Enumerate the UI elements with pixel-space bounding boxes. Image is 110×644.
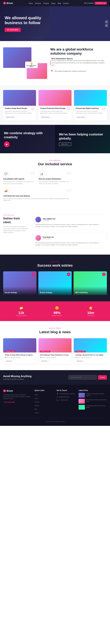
- footer-post-img-2: [79, 399, 85, 404]
- footer-link-home[interactable]: Home: [35, 394, 38, 396]
- nav-blog[interactable]: Blog: [58, 2, 61, 4]
- avatar-2: [35, 235, 41, 241]
- nav-pages[interactable]: Pages: [51, 2, 55, 4]
- testimonials-pre: Testimonials: [3, 214, 28, 216]
- footer-about-col: B Brium Lorem ipsum dolor sit amet, cons…: [3, 390, 31, 415]
- about-combine: 📍 We combine strategy with creativity to…: [50, 70, 107, 73]
- footer-phone[interactable]: + 123 12 23 345: [3, 402, 31, 403]
- cta-form: Submit: [68, 375, 107, 380]
- testimonial-name-1: John william tom: [43, 218, 55, 220]
- stat-item-1: 📁 11k Projects Completed: [16, 306, 27, 316]
- footer-logo-text: B Brium: [3, 390, 31, 392]
- play-button[interactable]: ▶: [4, 142, 10, 147]
- badge-text: Best Digital Brand Agency: [26, 65, 36, 67]
- nav-services[interactable]: Services: [35, 2, 41, 4]
- combine-text: We combine strategy with creativity to b…: [55, 70, 86, 72]
- phone-icon: 📞: [56, 399, 58, 401]
- hero-section: We allowed quality business to follow MY…: [0, 6, 110, 41]
- included-desc-2: if you are going to use a passage of Lor…: [39, 181, 71, 185]
- service-body-3: 03 Commercials Digital marketing Lorem i…: [74, 106, 107, 120]
- blog-meta-like-1: 💬 Like Comments: [11, 357, 21, 358]
- success-grid: 1 SOCIAL Social strategy 2 BRAND Brand s…: [3, 271, 107, 295]
- subscribe-button[interactable]: Submit: [98, 375, 107, 380]
- about-title: We are a global workforce solutions comp…: [50, 47, 107, 56]
- footer-link-projects[interactable]: Projects: [35, 405, 39, 406]
- blog-title: Latest blog & news: [3, 330, 107, 334]
- blog-card-1: February 1, 2022 Things To Know Before H…: [3, 338, 36, 364]
- email-icon: ✉: [56, 396, 58, 398]
- service-card-2: 02 Content Production Brand Design Lorem…: [39, 90, 71, 120]
- footer-link-about[interactable]: About: [35, 398, 38, 399]
- blog-meta-date-1: 📅 April 01: [5, 357, 10, 358]
- footer-post-text-3: Creating A Business Plan For Your Digita…: [86, 405, 107, 408]
- blog-image-1: February 1, 2022: [3, 338, 36, 352]
- services-cards-section: 01 Creative design Brand Design Lorem ip…: [0, 85, 110, 125]
- logo-icon: B: [3, 2, 6, 4]
- testimonial-role-1: UX designer: [43, 220, 55, 221]
- blog-meta-2: 📅 April 01 💬 Like Comments: [40, 357, 70, 358]
- hero-cta-button[interactable]: MY TEAM HERO: [5, 28, 21, 32]
- cta-content: Avoid Missing Anything Subscribe to get …: [3, 375, 32, 380]
- footer-logo: B Brium: [3, 390, 31, 392]
- nav-projects[interactable]: Projects: [43, 2, 49, 4]
- service-body-2: 02 Content Production Brand Design Lorem…: [39, 106, 71, 120]
- more-info-button[interactable]: MORE INFO >: [59, 142, 71, 146]
- testimonial-name-2: Tony kbam ron: [43, 236, 54, 238]
- success-title: Success work sotries: [3, 264, 107, 268]
- footer-address-text: 123 Street Name, City, USA: [59, 393, 75, 395]
- about-section: 🏆 Best Digital Brand Agency We are a glo…: [0, 41, 110, 85]
- scroll-up-button[interactable]: ▲: [105, 20, 108, 23]
- service-read-more-1[interactable]: READ MORE >: [5, 116, 16, 118]
- testimonials-left: Testimonials Sotries from client. There …: [3, 214, 28, 248]
- blog-meta-date-2: 📅 April 01: [40, 357, 46, 358]
- scroll-down-button[interactable]: ▼: [105, 24, 108, 27]
- footer-post-1: Things to Know Before Hiring An Agency: [79, 393, 107, 398]
- included-icon-2: 📊: [39, 171, 45, 177]
- blog-read-more-1[interactable]: Read More >: [5, 360, 14, 362]
- footer-quick-links-title: Quick Links: [35, 390, 54, 391]
- footer-post-2: How Employee Teams Respond to a Crisis: [79, 399, 107, 404]
- stat-num-3: 10m: [87, 311, 94, 315]
- blog-read-more-2[interactable]: Read More >: [40, 360, 49, 362]
- footer-logo-icon: B: [3, 390, 6, 392]
- footer-phone-text: +1 234 567 890: [59, 399, 68, 401]
- included-pre: OUR SERVICE: [3, 160, 107, 161]
- success-overlay-2: BRAND Brand strategy: [38, 286, 72, 295]
- service-image-1: [3, 90, 36, 106]
- logo[interactable]: B Brium: [3, 2, 13, 4]
- success-overlay-3: SEO SEO marketing: [74, 286, 107, 295]
- service-read-more-3[interactable]: READ MORE >: [76, 116, 87, 118]
- footer-link-contact[interactable]: Contact: [35, 412, 39, 414]
- testimonials-title: Sotries from client.: [3, 217, 28, 224]
- success-section: OUR WORK Success work sotries 1 SOCIAL S…: [0, 254, 110, 301]
- testimonial-text-2: "Works positively prepared and constantl…: [35, 242, 105, 246]
- contact-button[interactable]: CONTACT US: [95, 2, 107, 4]
- footer-link-services[interactable]: Services: [35, 401, 39, 403]
- blog-read-more-3[interactable]: Read More >: [75, 360, 85, 362]
- success-label-3: SEO: [75, 290, 105, 291]
- about-images: 🏆 Best Digital Brand Agency: [3, 47, 47, 79]
- footer-contact-title: Get In Touch: [56, 390, 75, 391]
- included-icon-1: 💬: [3, 171, 9, 177]
- blog-card-2: February 3, 2022 How Employee Teams Resp…: [39, 338, 72, 364]
- service-read-more-2[interactable]: READ MORE >: [40, 116, 52, 118]
- service-title-3: Commercials Digital marketing: [76, 107, 105, 110]
- nav-home[interactable]: Home: [29, 2, 33, 4]
- stat-label-2: Happy Customers: [52, 315, 62, 316]
- cta-subtitle: Subscribe to get offers & updates: [3, 378, 32, 380]
- footer-link-blog[interactable]: Blog: [35, 408, 37, 410]
- cta-email-input[interactable]: [68, 375, 97, 380]
- nav-contact[interactable]: Contact: [63, 2, 68, 4]
- blog-date-3: February 9, 2022: [75, 351, 85, 352]
- footer-latest-post-title: Latest Post: [79, 390, 107, 391]
- blog-body-2: How Employee Teams Respond to a Crisis 📅…: [39, 352, 72, 364]
- testimonial-header-2: Tony kbam ron CEO Designer: [35, 235, 105, 241]
- blog-date-2: February 3, 2022: [40, 351, 50, 352]
- blog-meta-1: 📅 April 01 💬 Like Comments: [5, 357, 35, 358]
- footer-latest-posts-col: Latest Post Things to Know Before Hiring…: [79, 390, 107, 415]
- blog-date-1: February 1, 2022: [5, 351, 15, 352]
- stat-num-2: 99%: [52, 311, 62, 315]
- testimonials-right: John william tom UX designer "Works posi…: [33, 214, 107, 248]
- hero-scroll-controls: ▲ ▼: [105, 20, 108, 27]
- service-num-2: 02: [67, 107, 70, 111]
